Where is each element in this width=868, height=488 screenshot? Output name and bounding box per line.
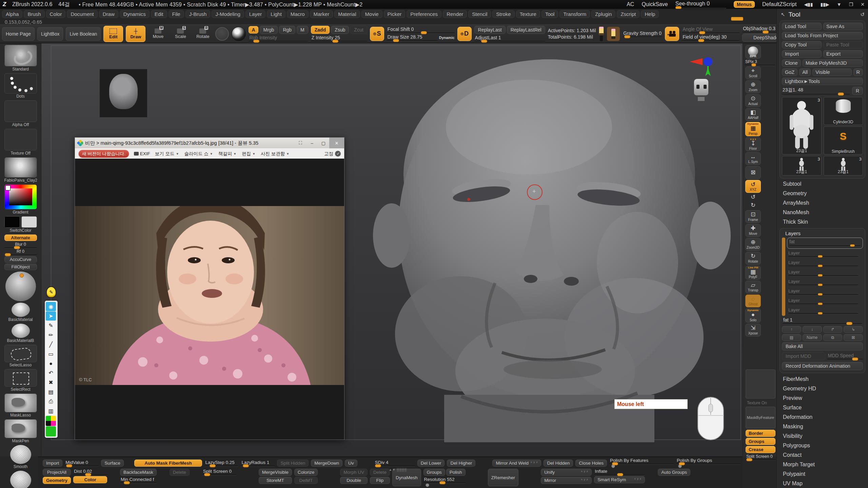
bar-divider-handle[interactable]: ▲▼ ▒▒▒▒ — [389, 468, 407, 471]
layer-row[interactable]: Layer — [787, 268, 863, 278]
smooth-valleys-item[interactable]: SmoothValleys — [4, 471, 37, 488]
strip-button[interactable]: ◌ Ghost — [745, 294, 761, 307]
tool-section[interactable]: ArrayMesh — [777, 198, 868, 208]
stroke-preview-icon[interactable] — [215, 27, 229, 41]
tool-thumbnail-small[interactable]: 3 23걸1 — [782, 156, 822, 176]
menu-item[interactable]: Light — [267, 10, 285, 18]
bake-all-button[interactable]: Bake All — [782, 342, 863, 350]
exif-button[interactable]: EXIF — [134, 151, 150, 156]
strip-button[interactable]: ⊕ Zoom3D — [745, 238, 761, 251]
eye-icon[interactable]: ◉ — [46, 302, 56, 311]
mask-lasso-item[interactable]: MaskLasso — [4, 393, 37, 418]
minimize-icon[interactable]: ▼ — [837, 2, 842, 7]
viewer-menu[interactable]: 보기 모드▼ — [155, 151, 179, 157]
flip-button[interactable]: Flip — [370, 477, 390, 484]
groups-button[interactable]: Groups — [746, 438, 775, 445]
layer-control-button[interactable]: ↑ — [782, 326, 801, 333]
menu-item[interactable]: Alpha — [2, 10, 22, 18]
active-color-swatch[interactable] — [46, 426, 56, 436]
gravity-strength-slider[interactable]: Gravity Strength 0 — [623, 30, 662, 37]
smooth-item[interactable]: Smooth — [4, 445, 37, 470]
layer-control-button[interactable]: ↳ — [844, 326, 863, 333]
pen-icon[interactable]: ✎ — [46, 321, 56, 330]
mergedown-button[interactable]: MergeDown — [311, 460, 342, 467]
menu-item[interactable]: Movie — [361, 10, 382, 18]
rf-slider[interactable]: Rf 0 — [4, 249, 37, 255]
midvalue-slider[interactable]: MidValue 0 — [65, 460, 99, 466]
strip-button[interactable]: ◧ AAHalf — [745, 108, 761, 121]
min-connected-slider[interactable]: Min Connected f — [120, 477, 157, 483]
texture-selector[interactable]: Texture Off — [4, 129, 37, 156]
groups-polish-button[interactable]: Groups — [423, 469, 445, 476]
rotate-mode-button[interactable]: R Rotate — [193, 26, 213, 42]
tool-section[interactable]: NanoMesh — [777, 208, 868, 217]
dot-icon[interactable]: ● — [46, 359, 56, 368]
menu-item[interactable]: Tool — [541, 10, 558, 18]
copy-tool-button[interactable]: Copy Tool — [782, 41, 822, 48]
geometry-button[interactable]: Geometry — [43, 477, 71, 484]
tool-section[interactable]: Geometry HD — [777, 384, 868, 393]
layer-row-selected[interactable]: fat — [787, 238, 863, 249]
mask-pen-item[interactable]: MaskPen — [4, 419, 37, 444]
strip-button[interactable]: ↔ L.Sym — [745, 152, 761, 165]
color-palette[interactable] — [46, 416, 56, 426]
divider-left-icon[interactable]: ◀▮▮ — [804, 2, 813, 7]
save-as-button[interactable]: Save As — [823, 23, 863, 30]
sdiv-slider[interactable]: SDiv 4 — [374, 460, 415, 466]
texture-thumbnail[interactable] — [746, 369, 775, 399]
polish-by-groups-slider[interactable]: Polish By Groups — [676, 458, 741, 468]
zremesher-button[interactable]: ZRemesher — [488, 469, 519, 486]
menu-item[interactable]: Transform — [559, 10, 590, 18]
capture-icon[interactable]: ⎙ — [46, 397, 56, 406]
lightbox-button[interactable]: LightBox — [37, 27, 63, 41]
close-holes-button[interactable]: Close Holes — [575, 460, 607, 467]
menu-item[interactable]: Help — [641, 10, 659, 18]
tool-section[interactable]: UV Map — [777, 479, 868, 488]
import-button[interactable]: Import — [782, 50, 822, 58]
layers-scrollbar[interactable] — [782, 238, 785, 316]
make-polymesh3d-button[interactable]: Make PolyMesh3D — [803, 59, 863, 67]
dist-slider[interactable]: Dist 0.02 — [73, 469, 107, 475]
quicksave-button[interactable]: QuickSave — [642, 1, 668, 7]
auto-groups-button[interactable]: Auto Groups — [658, 469, 690, 476]
menu-item[interactable]: Draw — [99, 10, 118, 18]
clipboard-icon[interactable]: ▥ — [46, 406, 56, 415]
live-boolean-button[interactable]: Live Boolean — [66, 27, 101, 41]
crease-button[interactable]: Crease — [746, 446, 775, 453]
blur-slider[interactable]: Blur 0 — [4, 242, 37, 248]
stroke-selector[interactable]: Dots — [4, 73, 37, 99]
viewer-title-bar[interactable]: 비만 > main-qimg-93c3c8ffe6d5fa389f679ef1b… — [75, 138, 344, 148]
menu-item[interactable]: Dynamics — [120, 10, 150, 18]
layer-row[interactable]: Layer — [787, 306, 863, 316]
color-button[interactable]: Color — [73, 476, 107, 483]
mergevisible-button[interactable]: MergeVisible — [259, 469, 292, 476]
menu-item[interactable]: File — [169, 10, 184, 18]
pencil-icon[interactable]: ✏ — [46, 330, 56, 340]
replay-last-rel-button[interactable]: ReplayLastRel — [507, 26, 545, 34]
cylinder3d-thumbnail[interactable]: Cylinder3D — [824, 97, 863, 125]
tool-section[interactable]: Deformation — [777, 412, 868, 422]
layer-control-button[interactable]: ⊠ — [844, 334, 863, 341]
strip-button[interactable]: ↺ XYZ — [745, 180, 761, 193]
paste-tool-button[interactable]: Paste Tool — [823, 41, 863, 48]
menu-item[interactable]: J-Modeling — [212, 10, 244, 18]
lightbox-tools-button[interactable]: Lightbox►Tools — [782, 78, 863, 85]
delete-button-2[interactable]: Delete — [370, 469, 390, 476]
menu-item[interactable]: Stroke — [492, 10, 514, 18]
viewer-close-icon[interactable]: ✕ — [329, 138, 344, 148]
tool-section[interactable]: Morph Target — [777, 460, 868, 469]
alternate-button[interactable]: Alternate — [4, 235, 37, 241]
menus-button[interactable]: Menus — [734, 1, 755, 8]
material-preview-icon[interactable] — [232, 27, 246, 41]
ac-button[interactable]: AC — [627, 1, 634, 7]
tool-thumbnail-small[interactable]: 3 23걸1 — [824, 156, 863, 176]
strip-button[interactable]: ⌖ Scroll — [745, 66, 761, 79]
mirror-button[interactable]: Mirrorx y z — [541, 477, 592, 484]
morph-uv-button[interactable]: Morph UV — [340, 469, 368, 476]
strip-button[interactable]: ⊙ Actual — [745, 94, 761, 107]
menu-item[interactable]: Document — [67, 10, 97, 18]
line-icon[interactable]: ╱ — [46, 340, 56, 349]
strip-button[interactable]: ⊕ Zoom — [745, 80, 761, 93]
split-hidden-button[interactable]: Split Hidden — [277, 460, 309, 467]
viewer-menu[interactable]: 슬라이드 쇼▼ — [184, 151, 213, 157]
